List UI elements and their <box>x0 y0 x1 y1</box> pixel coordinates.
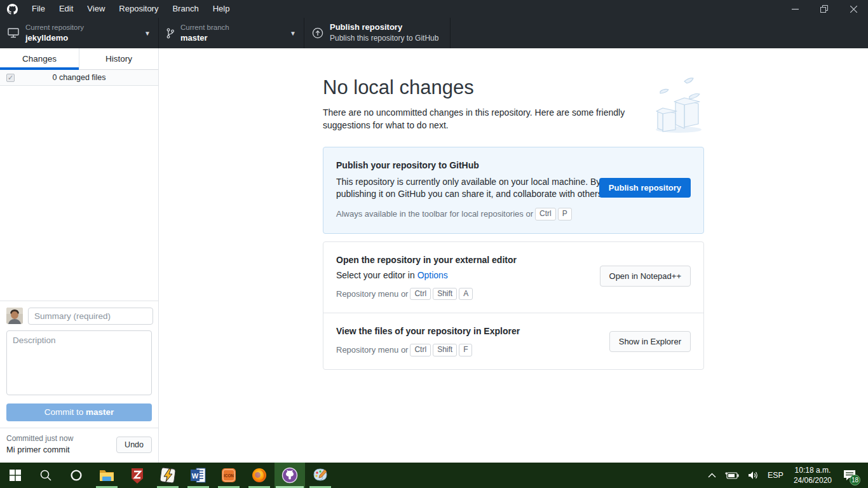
options-link[interactable]: Options <box>417 270 448 280</box>
key-p: P <box>558 208 572 220</box>
key-shift: Shift <box>433 288 457 301</box>
chevron-down-icon: ▼ <box>135 30 151 37</box>
start-button[interactable] <box>0 463 31 488</box>
changes-empty-list <box>0 86 158 301</box>
current-repository-value: jekylldemo <box>25 33 84 44</box>
current-repository-button[interactable]: Current repository jekylldemo ▼ <box>0 18 159 48</box>
key-ctrl: Ctrl <box>410 288 431 301</box>
taskbar-github-desktop[interactable] <box>275 463 305 488</box>
windows-logo-icon <box>10 470 21 481</box>
explorer-card: View the files of your repository in Exp… <box>323 313 703 369</box>
tray-chevron-up-icon[interactable] <box>703 463 721 488</box>
chevron-down-icon: ▼ <box>281 30 296 37</box>
tab-changes[interactable]: Changes <box>0 48 79 69</box>
clock-time: 10:18 a.m. <box>794 465 832 475</box>
commit-message-text: Mi primer commit <box>6 444 73 456</box>
cortana-icon <box>70 469 83 482</box>
taskbar-zotero[interactable] <box>122 463 153 488</box>
cortana-button[interactable] <box>61 463 92 488</box>
windows-taskbar: W ICON <box>0 463 868 488</box>
commit-to-master-button[interactable]: Commit to master <box>6 403 152 421</box>
taskbar-word[interactable]: W <box>183 463 214 488</box>
taskbar-firefox[interactable] <box>244 463 275 488</box>
undo-button[interactable]: Undo <box>116 437 152 453</box>
word-icon: W <box>190 467 207 484</box>
search-icon <box>39 469 52 482</box>
summary-input[interactable] <box>28 308 153 325</box>
toolbar-empty-area <box>451 18 868 48</box>
key-shift: Shift <box>433 344 457 356</box>
menu-edit[interactable]: Edit <box>52 0 80 18</box>
select-all-checkbox[interactable]: ✓ <box>6 74 15 82</box>
tab-history[interactable]: History <box>79 48 158 69</box>
clock[interactable]: 10:18 a.m. 24/06/2020 <box>788 465 837 485</box>
volume-icon[interactable] <box>743 463 763 488</box>
publish-toolbar-subtitle: Publish this repository to GitHub <box>330 33 438 44</box>
suggestions-group: Open the repository in your external edi… <box>323 241 704 370</box>
menu-view[interactable]: View <box>80 0 112 18</box>
explorer-hint-text: Repository menu or <box>336 345 408 355</box>
commit-status-text: Committed just now <box>6 433 73 444</box>
battery-icon[interactable] <box>721 463 743 488</box>
icon-editor-icon: ICON <box>220 467 237 484</box>
menu-help[interactable]: Help <box>206 0 237 18</box>
key-ctrl: Ctrl <box>535 208 556 220</box>
publish-upload-icon <box>312 27 323 39</box>
sidebar: Changes History ✓ 0 changed files Commit… <box>0 48 159 463</box>
main-panel: No local changes There are no uncommitte… <box>159 48 868 463</box>
editor-hint-text: Repository menu or <box>336 289 408 299</box>
computer-icon <box>8 28 19 38</box>
system-tray: ESP 10:18 a.m. 24/06/2020 18 <box>703 463 868 488</box>
publish-card-title: Publish your repository to GitHub <box>336 160 691 170</box>
publish-card-hint: Always available in the toolbar for loca… <box>336 208 691 220</box>
close-icon[interactable] <box>839 0 868 18</box>
minimize-icon[interactable] <box>780 0 810 18</box>
current-repository-label: Current repository <box>25 22 84 33</box>
publish-hint-text: Always available in the toolbar for loca… <box>336 209 533 219</box>
user-avatar <box>6 308 23 324</box>
changed-files-row: ✓ 0 changed files <box>0 70 158 86</box>
editor-card-hint: Repository menu or Ctrl Shift A <box>336 288 691 301</box>
publish-repository-button[interactable]: Publish repository <box>599 178 691 198</box>
page-title: No local changes <box>323 76 704 99</box>
file-explorer-icon <box>98 467 115 484</box>
git-branch-icon <box>166 28 174 39</box>
menu-file[interactable]: File <box>25 0 52 18</box>
current-branch-label: Current branch <box>180 22 229 33</box>
publish-repository-toolbar-button[interactable]: Publish repository Publish this reposito… <box>304 18 451 48</box>
clock-date: 24/06/2020 <box>794 475 832 485</box>
toolbar: Current repository jekylldemo ▼ Current … <box>0 18 868 48</box>
publish-card-description: This repository is currently only availa… <box>336 176 606 200</box>
current-branch-button[interactable]: Current branch master ▼ <box>159 18 304 48</box>
taskbar-icon-editor[interactable]: ICON <box>214 463 244 488</box>
window-controls <box>780 0 868 18</box>
taskbar-winamp[interactable] <box>153 463 183 488</box>
last-commit-bar: Committed just now Mi primer commit Undo <box>0 428 158 463</box>
taskbar-search-button[interactable] <box>31 463 61 488</box>
editor-card: Open the repository in your external edi… <box>323 242 703 313</box>
commit-form: Commit to master <box>0 301 158 428</box>
editor-line-text: Select your editor in <box>336 270 417 280</box>
language-indicator[interactable]: ESP <box>763 463 788 488</box>
blankslate-content: No local changes There are no uncommitte… <box>323 48 704 370</box>
show-in-explorer-button[interactable]: Show in Explorer <box>609 331 691 352</box>
paint-icon <box>312 467 329 484</box>
svg-text:W: W <box>192 472 199 480</box>
changed-files-count: 0 changed files <box>0 73 158 82</box>
menu-repository[interactable]: Repository <box>112 0 165 18</box>
current-branch-value: master <box>180 33 229 44</box>
open-in-editor-button[interactable]: Open in Notepad++ <box>600 266 691 287</box>
taskbar-paint[interactable] <box>305 463 336 488</box>
restore-icon[interactable] <box>810 0 839 18</box>
page-subtitle: There are no uncommitted changes in this… <box>323 107 641 132</box>
action-center-button[interactable]: 18 <box>837 463 864 488</box>
menu-branch[interactable]: Branch <box>165 0 205 18</box>
publish-card: Publish your repository to GitHub This r… <box>323 147 704 233</box>
key-ctrl: Ctrl <box>410 344 431 356</box>
winamp-icon <box>159 467 176 484</box>
sidebar-tabs: Changes History <box>0 48 158 70</box>
taskbar-file-explorer[interactable] <box>92 463 122 488</box>
description-textarea[interactable] <box>6 330 152 395</box>
publish-toolbar-title: Publish repository <box>330 22 438 33</box>
titlebar: File Edit View Repository Branch Help <box>0 0 868 18</box>
